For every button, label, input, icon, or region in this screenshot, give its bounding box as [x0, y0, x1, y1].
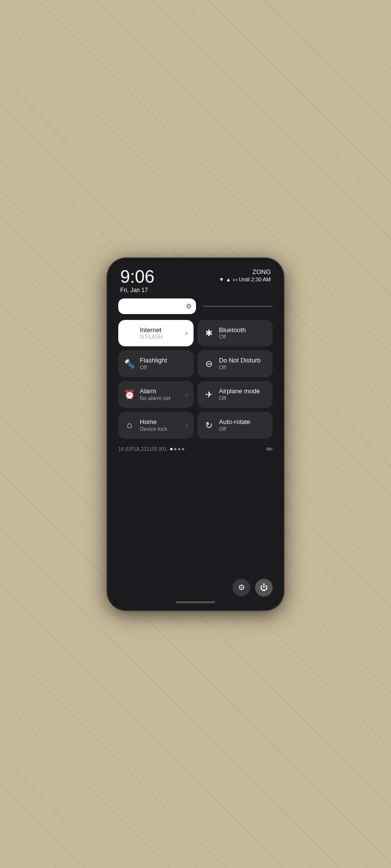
- tile-home[interactable]: ⌂ Home Device lock ›: [118, 412, 194, 439]
- airplane-text: Airplane mode Off: [219, 387, 260, 402]
- signal-icon: ▲: [226, 276, 231, 282]
- internet-label: Internet: [140, 326, 163, 334]
- until-text: Until 2:30 AM: [239, 276, 271, 282]
- home-text: Home Device lock: [140, 418, 167, 432]
- screen-spacer: [111, 456, 280, 575]
- quick-tiles-grid: ▼ Internet G FLASH › ✱ Bluetooth Off 🔦: [111, 317, 280, 442]
- home-bar: [111, 601, 280, 606]
- bottom-row: 14 (UP1A.231105.001. ✏: [111, 442, 280, 456]
- flashlight-icon: 🔦: [124, 359, 135, 369]
- home-arrow: ›: [186, 422, 188, 429]
- wifi-icon: ▼: [219, 276, 224, 282]
- home-icon: ⌂: [124, 420, 135, 430]
- page-dots: [170, 448, 184, 450]
- internet-arrow: ›: [186, 330, 188, 337]
- power-button[interactable]: ⏻: [255, 579, 273, 596]
- bluetooth-label: Bluetooth: [219, 326, 246, 334]
- alarm-icon: ⏰: [124, 389, 135, 400]
- dot-4: [182, 448, 184, 450]
- phone-body: 9:06 Fri, Jan 17 ZONG ▼ ▲ ▭ Until 2:30 A…: [108, 258, 283, 610]
- dot-2: [174, 448, 176, 450]
- flashlight-label: Flashlight: [140, 357, 167, 364]
- tile-autorotate[interactable]: ↻ Auto-rotate Off: [197, 412, 273, 439]
- build-text: 14 (UP1A.231105.001.: [118, 446, 168, 452]
- battery-icon: ▭: [233, 276, 238, 283]
- dnd-sublabel: Off: [219, 364, 261, 371]
- build-info: 14 (UP1A.231105.001.: [118, 446, 184, 452]
- carrier-block: ZONG ▼ ▲ ▭ Until 2:30 AM: [219, 268, 271, 283]
- tile-airplane[interactable]: ✈ Airplane mode Off: [197, 381, 273, 408]
- alarm-text: Alarm No alarm set: [140, 387, 170, 402]
- bottom-nav: ⚙ ⏻: [111, 575, 280, 601]
- tile-flashlight[interactable]: 🔦 Flashlight Off: [118, 350, 194, 377]
- airplane-sublabel: Off: [219, 395, 260, 402]
- time-block: 9:06 Fri, Jan 17: [120, 268, 154, 294]
- home-label: Home: [140, 418, 167, 426]
- status-bar: 9:06 Fri, Jan 17 ZONG ▼ ▲ ▭ Until 2:30 A…: [111, 262, 280, 296]
- dnd-label: Do Not Disturb: [219, 357, 261, 364]
- phone-screen: 9:06 Fri, Jan 17 ZONG ▼ ▲ ▭ Until 2:30 A…: [111, 262, 280, 606]
- airplane-label: Airplane mode: [219, 387, 260, 395]
- settings-button[interactable]: ⚙: [233, 579, 250, 596]
- bluetooth-text: Bluetooth Off: [219, 326, 246, 340]
- bluetooth-sublabel: Off: [219, 334, 246, 340]
- tile-bluetooth[interactable]: ✱ Bluetooth Off: [197, 320, 273, 347]
- flashlight-sublabel: Off: [140, 364, 167, 371]
- clock: 9:06: [120, 268, 154, 286]
- signal-row: ▼ ▲ ▭ Until 2:30 AM: [219, 276, 271, 283]
- internet-text: Internet G FLASH: [140, 326, 163, 340]
- tile-dnd[interactable]: ⊖ Do Not Disturb Off: [197, 350, 273, 377]
- tile-alarm[interactable]: ⏰ Alarm No alarm set ›: [118, 381, 194, 408]
- alarm-label: Alarm: [140, 387, 170, 395]
- dot-3: [178, 448, 180, 450]
- brightness-icon: ⚙: [186, 302, 192, 310]
- airplane-icon: ✈: [203, 389, 214, 400]
- internet-sublabel: G FLASH: [140, 334, 163, 340]
- home-sublabel: Device lock: [140, 426, 167, 432]
- power-icon: ⏻: [260, 583, 268, 592]
- internet-icon: ▼: [124, 328, 135, 338]
- date: Fri, Jan 17: [120, 287, 154, 294]
- dnd-icon: ⊖: [203, 359, 214, 369]
- edit-icon[interactable]: ✏: [266, 445, 273, 454]
- dot-1: [170, 448, 173, 450]
- carrier-name: ZONG: [252, 268, 271, 275]
- autorotate-text: Auto-rotate Off: [219, 418, 250, 432]
- autorotate-icon: ↻: [203, 420, 214, 431]
- brightness-extra: [203, 306, 273, 307]
- brightness-slider[interactable]: ⚙: [118, 298, 196, 314]
- tile-internet[interactable]: ▼ Internet G FLASH ›: [118, 320, 194, 347]
- alarm-sublabel: No alarm set: [140, 395, 170, 402]
- settings-icon: ⚙: [238, 583, 245, 592]
- brightness-row: ⚙: [111, 296, 280, 317]
- flashlight-text: Flashlight Off: [140, 357, 167, 371]
- dnd-text: Do Not Disturb Off: [219, 357, 261, 371]
- alarm-arrow: ›: [186, 391, 188, 398]
- autorotate-label: Auto-rotate: [219, 418, 250, 426]
- home-indicator: [176, 601, 215, 603]
- autorotate-sublabel: Off: [219, 426, 250, 432]
- bluetooth-icon: ✱: [203, 328, 214, 339]
